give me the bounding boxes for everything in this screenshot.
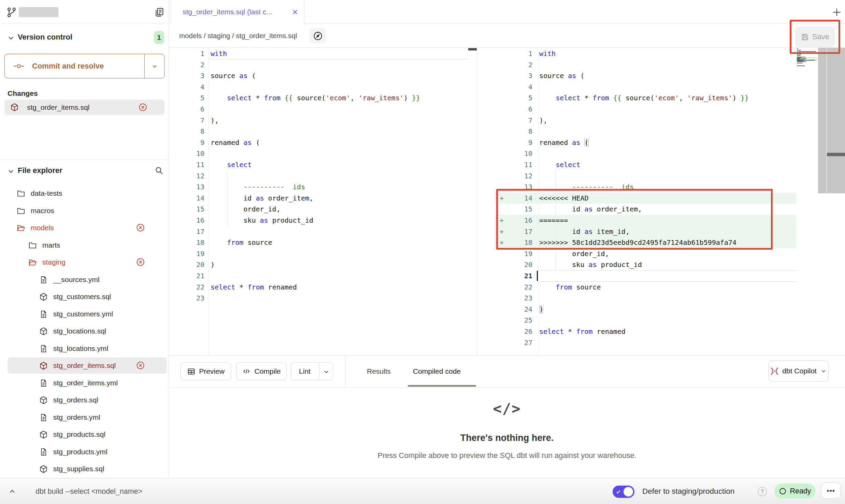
code-line[interactable]: renamed as ( <box>211 137 260 148</box>
code-line[interactable]: from source <box>539 282 601 293</box>
file-row[interactable]: stg_orders.yml <box>0 409 169 426</box>
toggle-knob <box>624 487 633 496</box>
version-control-chevron-icon[interactable] <box>7 34 15 42</box>
code-line[interactable]: ) <box>539 304 543 315</box>
code-line[interactable]: with <box>539 48 556 59</box>
code-line[interactable]: ---------- ids <box>211 181 305 193</box>
tab-stg-order-items[interactable]: stg_order_items.sql (last c... <box>171 0 304 24</box>
preview-button[interactable]: Preview <box>180 362 231 380</box>
copilot-icon <box>770 367 779 376</box>
folder-icon <box>16 189 26 198</box>
code-line[interactable]: sku as product_id <box>211 215 313 226</box>
collapse-caret-icon[interactable] <box>8 487 17 495</box>
discard-icon[interactable] <box>136 361 145 370</box>
file-row[interactable]: stg_order_items.sql <box>0 357 169 374</box>
cube-icon <box>39 396 48 405</box>
file-row[interactable]: stg_products.yml <box>0 443 169 461</box>
code-line[interactable]: source as ( <box>539 70 584 81</box>
file-row[interactable]: stg_locations.sql <box>0 323 169 340</box>
file-explorer-chevron-icon[interactable] <box>7 167 15 175</box>
file-explorer-list: data-testsmacrosmodelsmartsstaging__sour… <box>0 185 169 478</box>
file-row[interactable]: stg_customers.sql <box>0 288 169 306</box>
tab-compiled-code[interactable]: Compiled code <box>404 362 469 380</box>
code-line[interactable]: select * from {{ source('ecom', 'raw_ite… <box>539 92 749 104</box>
tab-results[interactable]: Results <box>360 362 398 380</box>
defer-toggle[interactable] <box>613 486 634 498</box>
file-search-icon[interactable] <box>154 166 164 175</box>
line-number: 19 <box>179 248 204 260</box>
dbt-copilot-button[interactable]: dbt Copilot <box>769 360 829 382</box>
code-line[interactable]: id as order_item, <box>211 193 313 204</box>
text-cursor <box>537 271 538 281</box>
file-name: stg_supplies.sql <box>53 460 104 478</box>
save-button[interactable]: Save <box>796 27 834 47</box>
code-line[interactable]: renamed as ( <box>539 137 589 148</box>
code-line[interactable]: from source <box>211 237 272 248</box>
tab-label: stg_order_items.sql (last c... <box>183 0 272 24</box>
file-row[interactable]: staging <box>0 254 169 271</box>
file-row[interactable]: macros <box>0 202 169 220</box>
scrollbar-thumb[interactable] <box>827 153 845 156</box>
file-row[interactable]: stg_products.sql <box>0 426 169 443</box>
editor-pane-previous-version[interactable]: 1with23source as (45 select * from {{ so… <box>169 48 477 355</box>
line-number: 4 <box>507 81 532 93</box>
editor-pane-current-version[interactable]: 1with23source as (45 select * from {{ so… <box>477 48 845 355</box>
code-line[interactable]: select <box>211 159 252 171</box>
code-line[interactable]: select * from renamed <box>539 326 626 337</box>
file-row[interactable]: stg_locations.yml <box>0 340 169 357</box>
code-line[interactable]: order_id, <box>539 248 609 260</box>
compile-button[interactable]: Compile <box>236 362 287 380</box>
code-line[interactable]: select * from {{ source('ecom', 'raw_ite… <box>211 92 420 104</box>
file-row[interactable]: data-tests <box>0 185 169 202</box>
code-line[interactable]: sku as product_id <box>539 259 642 270</box>
discard-icon[interactable] <box>136 223 145 232</box>
tab-close-icon[interactable] <box>291 8 299 16</box>
file-row[interactable]: models <box>0 219 169 237</box>
file-row[interactable]: __sources.yml <box>0 271 169 288</box>
code-line[interactable]: with <box>211 48 227 59</box>
help-icon[interactable]: ? <box>758 487 767 496</box>
code-line[interactable]: source as ( <box>211 70 256 81</box>
lint-button[interactable]: Lint <box>291 362 333 380</box>
file-row[interactable]: stg_orders.sql <box>0 391 169 409</box>
git-branch-icon[interactable] <box>6 6 17 18</box>
minimap[interactable] <box>796 48 818 137</box>
new-tab-icon[interactable] <box>831 7 842 18</box>
sidebar: Version control 1 Commit and resolve Cha… <box>0 0 169 478</box>
folder-open-icon <box>16 223 26 233</box>
current-line-highlight <box>538 270 796 282</box>
file-name: data-tests <box>31 185 62 202</box>
line-number: 16 <box>179 215 204 226</box>
file-name: stg_orders.yml <box>53 409 100 426</box>
left-scrollbar-thumb[interactable] <box>468 48 477 50</box>
code-line[interactable]: ), <box>539 115 547 126</box>
code-line[interactable]: order_id, <box>211 204 281 215</box>
file-row[interactable]: stg_customers.yml <box>0 306 169 323</box>
changed-file-row[interactable]: stg_order_items.sql <box>4 100 164 115</box>
file-row[interactable]: marts <box>0 237 169 254</box>
bottom-panel: Preview Compile Lint Results Compiled co… <box>169 355 845 478</box>
code-line[interactable]: ), <box>211 115 219 126</box>
lineage-compass-icon[interactable] <box>310 28 326 44</box>
code-line[interactable]: select * from renamed <box>211 282 297 293</box>
line-number: 10 <box>507 148 532 159</box>
commit-and-resolve-button[interactable]: Commit and resolve <box>4 54 164 78</box>
scrollbar-track[interactable] <box>827 48 845 193</box>
more-options-button[interactable]: ••• <box>821 483 841 499</box>
code-line[interactable]: ) <box>211 259 215 270</box>
defer-label: Defer to staging/production <box>642 478 734 504</box>
command-input[interactable]: dbt build --select <model_name> <box>35 478 142 504</box>
file-row[interactable]: stg_order_items.yml <box>0 374 169 392</box>
code-line[interactable]: select <box>539 159 580 171</box>
line-number: 19 <box>507 248 532 260</box>
minimap-track[interactable] <box>818 48 827 193</box>
line-number: 12 <box>179 171 204 182</box>
doc-icon <box>39 413 48 422</box>
file-row[interactable]: stg_supplies.sql <box>0 460 169 478</box>
discard-change-icon[interactable] <box>138 103 147 112</box>
lint-dropdown-icon[interactable] <box>322 368 330 376</box>
line-number: 9 <box>179 137 204 148</box>
commit-dropdown-button[interactable] <box>144 54 164 78</box>
discard-icon[interactable] <box>136 257 145 267</box>
copy-files-icon[interactable] <box>154 6 164 18</box>
